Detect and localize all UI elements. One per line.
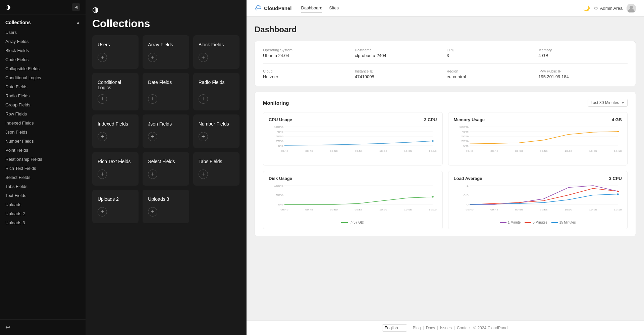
collection-card-array-fields[interactable]: Array Fields+	[143, 35, 189, 69]
sidebar-item-conditional-logics[interactable]: Conditional Logics	[0, 73, 86, 82]
topbar-right: 🌙 ⚙ Admin Area	[583, 4, 636, 13]
left-nav: Collections ▲ UsersArray FieldsBlock Fie…	[0, 14, 86, 319]
collection-card-tabs-fields[interactable]: Tabs Fields+	[193, 152, 239, 186]
sidebar-item-rich-text-fields[interactable]: Rich Text Fields	[0, 164, 86, 173]
sidebar-item-select-fields[interactable]: Select Fields	[0, 173, 86, 182]
collection-card-date-fields[interactable]: Date Fields+	[143, 73, 189, 110]
sys-info-label: Region	[447, 69, 536, 73]
card-add-button-tabs-fields[interactable]: +	[199, 170, 208, 179]
card-add-button-radio-fields[interactable]: +	[199, 94, 208, 104]
card-title-number-fields: Number Fields	[199, 121, 234, 127]
sidebar-item-array-fields[interactable]: Array Fields	[0, 37, 86, 46]
svg-text:10:05: 10:05	[404, 209, 412, 211]
svg-text:09:40: 09:40	[280, 209, 288, 211]
sidebar-item-collapsible-fields[interactable]: Collapsible Fields	[0, 64, 86, 73]
sidebar-item-uploads-2[interactable]: Uploads 2	[0, 209, 86, 218]
svg-text:75%: 75%	[461, 131, 468, 133]
collection-card-block-fields[interactable]: Block Fields+	[193, 35, 239, 69]
sidebar-item-relationship-fields[interactable]: Relationship Fields	[0, 155, 86, 164]
topbar-nav-dashboard[interactable]: Dashboard	[301, 4, 323, 12]
footer-link-blog[interactable]: Blog	[413, 326, 421, 330]
sidebar-item-group-fields[interactable]: Group Fields	[0, 100, 86, 109]
sidebar-item-uploads-3[interactable]: Uploads 3	[0, 218, 86, 227]
topbar: CloudPanel DashboardSites 🌙 ⚙ Admin Area	[247, 0, 644, 17]
sidebar-item-code-fields[interactable]: Code Fields	[0, 55, 86, 64]
svg-text:100%: 100%	[459, 126, 468, 129]
svg-text:09:55: 09:55	[355, 209, 363, 211]
collection-card-conditional-logics[interactable]: Conditional Logics+	[92, 73, 139, 110]
footer-link-docs[interactable]: Docs	[426, 326, 435, 330]
card-add-button-select-fields[interactable]: +	[148, 170, 157, 179]
monitoring-title: Monitoring	[263, 100, 289, 106]
card-add-button-conditional-logics[interactable]: +	[98, 94, 107, 104]
collection-card-uploads-2[interactable]: Uploads 2+	[92, 190, 139, 223]
card-add-button-array-fields[interactable]: +	[148, 53, 157, 62]
sidebar-item-json-fields[interactable]: Json Fields	[0, 128, 86, 137]
svg-text:0: 0	[466, 203, 468, 206]
footer-link-contact[interactable]: Contact	[457, 326, 471, 330]
sys-info-value: Hetzner	[263, 74, 352, 79]
svg-point-37	[616, 131, 619, 132]
collapse-sidebar-button[interactable]: ◀	[72, 3, 80, 11]
collection-card-json-fields[interactable]: Json Fields+	[143, 114, 189, 148]
collection-card-radio-fields[interactable]: Radio Fields+	[193, 73, 239, 110]
card-add-button-uploads-2[interactable]: +	[98, 207, 107, 217]
sidebar-item-users[interactable]: Users	[0, 28, 86, 37]
legend-color	[551, 222, 558, 223]
card-add-button-uploads-3[interactable]: +	[148, 207, 157, 217]
sidebar-item-indexed-fields[interactable]: Indexed Fields	[0, 118, 86, 128]
svg-text:1: 1	[466, 185, 468, 187]
svg-text:10:05: 10:05	[404, 150, 412, 152]
dark-mode-button[interactable]: 🌙	[583, 5, 590, 11]
sidebar-item-row-fields[interactable]: Row Fields	[0, 109, 86, 118]
sidebar-item-point-fields[interactable]: Point Fields	[0, 146, 86, 155]
card-add-button-number-fields[interactable]: +	[199, 132, 208, 141]
sys-info-item: Instance ID47419008	[355, 69, 444, 79]
sidebar-item-tabs-fields[interactable]: Tabs Fields	[0, 182, 86, 191]
svg-text:09:55: 09:55	[540, 209, 548, 211]
sidebar-item-number-fields[interactable]: Number Fields	[0, 137, 86, 146]
language-select[interactable]: EnglishDeutschEspañolFrançais	[382, 324, 407, 332]
card-add-button-json-fields[interactable]: +	[148, 132, 157, 141]
monitoring-time-select[interactable]: Last 30 MinutesLast 1 HourLast 3 HoursLa…	[588, 99, 628, 107]
card-title-rich-text-fields: Rich Text Fields	[98, 159, 133, 164]
svg-text:0%: 0%	[278, 203, 283, 206]
cloudpanel-logo[interactable]: CloudPanel	[255, 5, 292, 12]
card-add-button-date-fields[interactable]: +	[148, 94, 157, 104]
logout-button[interactable]: ↩	[5, 324, 10, 331]
card-add-button-rich-text-fields[interactable]: +	[98, 170, 107, 179]
footer-link-issues[interactable]: Issues	[440, 326, 452, 330]
svg-text:75%: 75%	[276, 131, 283, 133]
topbar-left: CloudPanel DashboardSites	[255, 4, 339, 12]
sidebar-item-text-fields[interactable]: Text Fields	[0, 191, 86, 200]
collections-section-header[interactable]: Collections ▲	[0, 17, 86, 28]
sidebar-item-radio-fields[interactable]: Radio Fields	[0, 91, 86, 100]
sidebar-item-date-fields[interactable]: Date Fields	[0, 82, 86, 91]
sidebar-item-uploads[interactable]: Uploads	[0, 200, 86, 209]
collection-card-select-fields[interactable]: Select Fields+	[143, 152, 189, 186]
collection-card-uploads-3[interactable]: Uploads 3+	[143, 190, 189, 223]
app-logo-icon: ◑	[5, 3, 11, 11]
collections-grid: Users+Array Fields+Block Fields+Conditio…	[86, 35, 246, 335]
user-avatar-button[interactable]	[627, 4, 636, 13]
card-add-button-block-fields[interactable]: +	[199, 53, 208, 62]
card-title-date-fields: Date Fields	[148, 80, 183, 85]
collection-card-indexed-fields[interactable]: Indexed Fields+	[92, 114, 139, 148]
topbar-nav-sites[interactable]: Sites	[329, 4, 339, 12]
admin-area-button[interactable]: ⚙ Admin Area	[594, 6, 623, 11]
legend-label: 1 Minute	[508, 221, 521, 224]
svg-text:50%: 50%	[461, 135, 468, 138]
card-add-button-users[interactable]: +	[98, 53, 107, 62]
svg-point-67	[616, 193, 619, 195]
middle-panel: ◑ Collections Users+Array Fields+Block F…	[86, 0, 247, 335]
collection-card-users[interactable]: Users+	[92, 35, 139, 69]
svg-text:100%: 100%	[274, 126, 283, 129]
chart-title-memory-usage: Memory Usage	[454, 117, 485, 122]
collection-card-rich-text-fields[interactable]: Rich Text Fields+	[92, 152, 139, 186]
sidebar-item-block-fields[interactable]: Block Fields	[0, 46, 86, 55]
svg-text:10:10: 10:10	[429, 209, 437, 211]
svg-text:10:10: 10:10	[614, 150, 622, 152]
sys-info-item: Hostnameclp-ubuntu-2404	[355, 48, 444, 58]
card-add-button-indexed-fields[interactable]: +	[98, 132, 107, 141]
collection-card-number-fields[interactable]: Number Fields+	[193, 114, 239, 148]
